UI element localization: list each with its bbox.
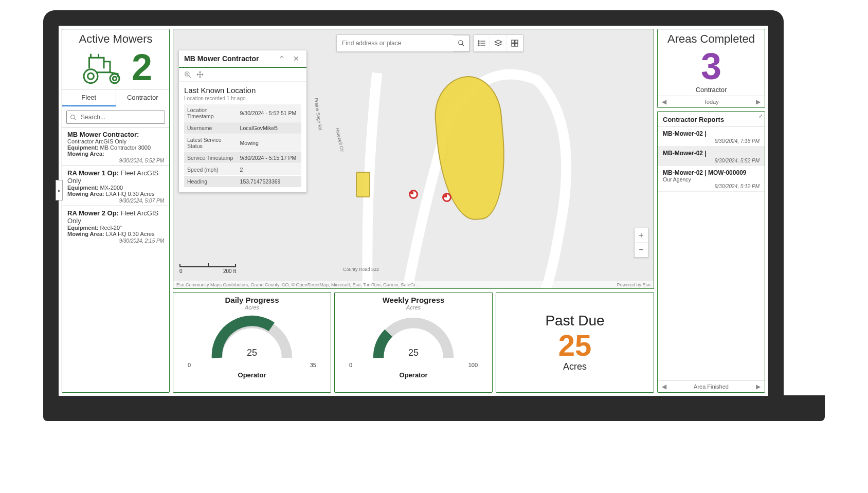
dashboard-screen: Active Mowers 2 (59, 26, 768, 396)
areas-completed-panel: Areas Completed 3 Contractor ◀ Today ▶ (657, 29, 765, 108)
svg-rect-18 (515, 44, 518, 46)
zoom-out-button[interactable]: − (635, 243, 648, 257)
weekly-title: Weekly Progress (335, 293, 492, 304)
mower-list-item[interactable]: RA Mower 1 Op: Fleet ArcGIS Only Equipme… (62, 166, 169, 206)
tractor-icon (79, 49, 125, 85)
mower-marker-secondary[interactable] (442, 193, 451, 202)
expand-icon[interactable]: ⤢ (756, 111, 765, 120)
svg-rect-15 (512, 40, 514, 43)
svg-point-11 (478, 41, 479, 42)
reports-pager-label: Area Finished (694, 384, 729, 390)
map-tool-group (473, 34, 523, 52)
layers-icon[interactable] (490, 35, 507, 51)
svg-marker-14 (495, 40, 501, 44)
reports-pager: ◀ Area Finished ▶ (658, 380, 765, 392)
svg-point-12 (478, 43, 479, 44)
areas-count: 3 (658, 47, 765, 86)
svg-rect-17 (512, 44, 514, 46)
search-icon (70, 114, 77, 121)
laptop-base (43, 395, 825, 421)
mower-list: MB Mower Contractor: Contractor ArcGIS O… (62, 127, 169, 246)
daily-progress-panel: Daily Progress Acres 25 035 Operator (173, 292, 331, 393)
report-item[interactable]: MB-Mower-02 | 9/30/2024, 7:18 PM (658, 127, 765, 147)
right-column: Areas Completed 3 Contractor ◀ Today ▶ ⤢… (657, 29, 765, 393)
svg-point-1 (87, 73, 94, 79)
past-due-value: 25 (558, 329, 592, 362)
svg-point-0 (84, 69, 98, 83)
tab-row: Fleet Contractor (62, 89, 169, 106)
daily-footer: Operator (173, 368, 331, 382)
areas-prev-icon[interactable]: ◀ (662, 98, 666, 105)
weekly-gauge: 25 (335, 313, 492, 364)
gauges-row: Daily Progress Acres 25 035 Operator Wee… (173, 292, 654, 393)
svg-line-7 (462, 44, 464, 46)
basemap-icon[interactable] (507, 35, 523, 51)
map-popup: MB Mower Contractor ⌃ ✕ Last Known Locat… (178, 50, 307, 192)
svg-line-20 (189, 76, 191, 78)
past-due-panel: Past Due 25 Acres (496, 292, 654, 393)
zoom-to-icon[interactable] (184, 71, 191, 78)
popup-section-title: Last Known Location (184, 86, 301, 95)
reports-next-icon[interactable]: ▶ (756, 383, 761, 390)
mower-search[interactable] (66, 111, 165, 124)
popup-data-table: Location Timestamp9/30/2024 - 5:52:51 PM… (184, 104, 301, 188)
map-attribution: Esri Community Maps Contributors, Grand … (173, 281, 654, 288)
map-search-input[interactable] (337, 35, 453, 51)
pan-icon[interactable] (196, 71, 204, 78)
collapse-icon[interactable]: ⌃ (277, 54, 287, 63)
reports-prev-icon[interactable]: ◀ (662, 383, 666, 390)
svg-rect-16 (515, 40, 518, 43)
past-due-title: Past Due (545, 313, 604, 329)
tab-fleet[interactable]: Fleet (62, 89, 116, 106)
svg-point-3 (113, 77, 117, 81)
active-mowers-title: Active Mowers (62, 29, 169, 47)
mower-list-item[interactable]: RA Mower 2 Op: Fleet ArcGIS Only Equipme… (62, 206, 169, 246)
svg-point-4 (71, 115, 75, 119)
mowing-area-polygon-small[interactable] (356, 172, 370, 197)
report-item[interactable]: MB-Mower-02 | 9/30/2024, 5:52 PM (658, 147, 765, 166)
past-due-unit: Acres (563, 361, 587, 372)
areas-label: Contractor (658, 86, 765, 96)
center-column: County Road 522 Harebell Cir Harebell Ci… (173, 29, 654, 393)
active-mowers-count: 2 (132, 49, 152, 86)
weekly-unit: Acres (335, 304, 492, 311)
map-search[interactable] (336, 34, 470, 52)
report-item[interactable]: MB-Mower-02 | MOW-000009 Our Agency 9/30… (658, 166, 765, 192)
svg-line-5 (74, 118, 76, 120)
areas-title: Areas Completed (658, 29, 765, 47)
map-top-controls (336, 34, 523, 52)
legend-icon[interactable] (474, 35, 490, 51)
scale-bar: 0200 ft (179, 264, 236, 274)
map-panel[interactable]: County Road 522 Harebell Cir Harebell Ci… (173, 29, 654, 289)
map-search-button[interactable] (453, 35, 469, 51)
active-mowers-panel: Active Mowers 2 (62, 29, 170, 393)
areas-next-icon[interactable]: ▶ (756, 98, 761, 105)
mower-search-input[interactable] (80, 113, 161, 121)
daily-title: Daily Progress (173, 293, 331, 304)
svg-point-13 (478, 45, 479, 46)
zoom-in-button[interactable]: + (635, 228, 648, 243)
weekly-footer: Operator (335, 368, 492, 382)
reports-title: Contractor Reports (658, 112, 765, 127)
active-mowers-summary: 2 (62, 47, 169, 89)
popup-section-sub: Location recorded 1 hr ago (184, 96, 301, 101)
svg-point-6 (458, 41, 462, 45)
daily-unit: Acres (173, 304, 331, 311)
daily-gauge: 25 (173, 313, 331, 364)
close-icon[interactable]: ✕ (291, 54, 301, 63)
left-column: Active Mowers 2 (62, 29, 170, 393)
daily-value: 25 (173, 348, 331, 358)
weekly-progress-panel: Weekly Progress Acres 25 0100 Operator (334, 292, 493, 393)
weekly-value: 25 (335, 348, 492, 358)
laptop-frame: Active Mowers 2 (43, 10, 784, 396)
tab-contractor[interactable]: Contractor (116, 89, 170, 106)
mower-list-item[interactable]: MB Mower Contractor: Contractor ArcGIS O… (62, 127, 169, 166)
areas-pager-label: Today (703, 99, 718, 105)
zoom-control: + − (634, 228, 648, 258)
areas-pager: ◀ Today ▶ (658, 96, 765, 107)
road-label-county: County Road 522 (343, 267, 379, 272)
popup-title: MB Mower Contractor (184, 54, 273, 63)
contractor-reports-panel: ⤢ Contractor Reports MB-Mower-02 | 9/30/… (657, 111, 765, 393)
side-expand-handle[interactable]: ▸ (56, 180, 63, 200)
